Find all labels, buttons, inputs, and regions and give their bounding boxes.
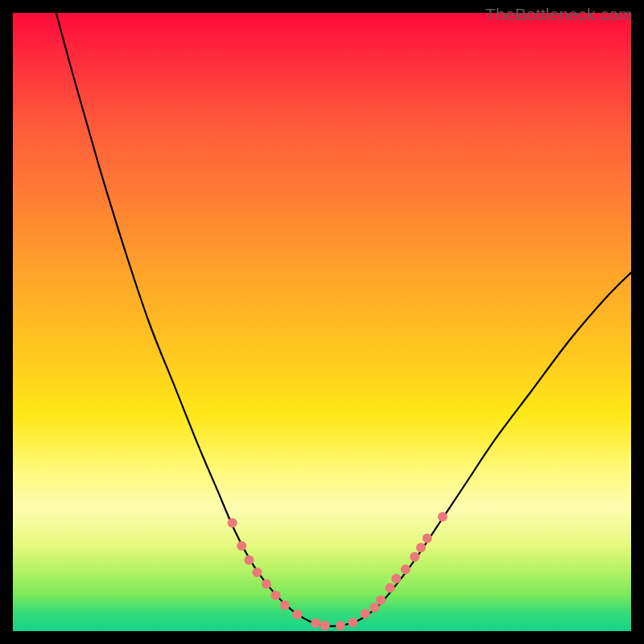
marker-dot xyxy=(252,568,262,577)
marker-dot xyxy=(369,603,379,613)
marker-dot xyxy=(348,617,357,627)
marker-dot xyxy=(376,596,386,605)
plot-svg xyxy=(13,13,631,631)
marker-dot xyxy=(311,618,320,628)
marker-dot xyxy=(423,534,432,543)
marker-dot xyxy=(391,574,401,584)
marker-dot xyxy=(361,609,370,619)
marker-dot xyxy=(244,555,254,565)
marker-dot xyxy=(270,591,280,601)
bottleneck-curve xyxy=(56,13,631,626)
marker-dot xyxy=(280,601,290,610)
marker-dot xyxy=(237,541,246,551)
marker-dot xyxy=(228,518,237,528)
marker-dot xyxy=(336,621,345,630)
marker-dot xyxy=(416,543,426,552)
marker-dot xyxy=(262,580,271,589)
marker-dot xyxy=(386,583,395,592)
highlight-dots xyxy=(228,512,448,630)
marker-dot xyxy=(401,564,411,574)
marker-dot xyxy=(438,512,448,522)
marker-dot xyxy=(292,609,302,619)
marker-dot xyxy=(320,621,330,630)
watermark-text: TheBottleneck.com xyxy=(485,5,633,24)
marker-dot xyxy=(410,552,419,562)
